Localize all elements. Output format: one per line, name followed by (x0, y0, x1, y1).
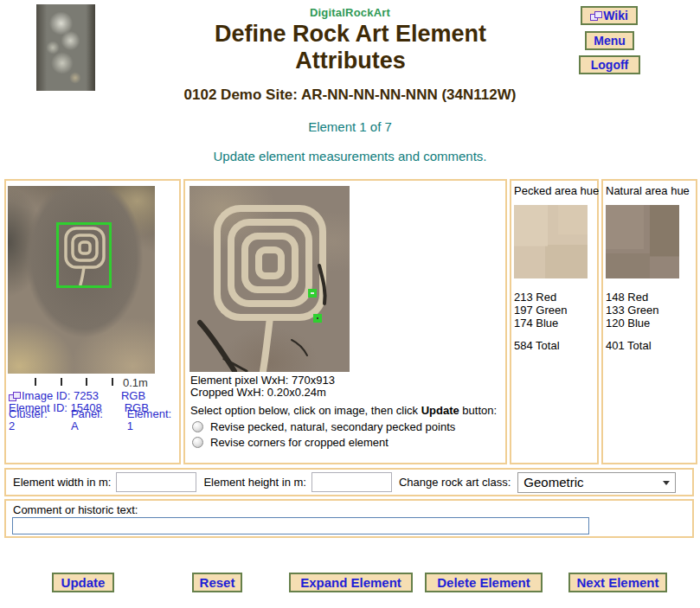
image-id-text: Image ID: 7253 (22, 390, 99, 402)
element-height-label: Element height in m: (203, 476, 306, 489)
natural-hue-title: Natural area hue (606, 184, 696, 197)
wiki-button[interactable]: Wiki (581, 6, 638, 25)
natural-total: 401 Total (606, 339, 696, 352)
rock-art-class-value: Geometric (523, 475, 583, 490)
page: DigitalRockArt Define Rock Art Element A… (0, 0, 700, 608)
update-button[interactable]: Update (52, 573, 114, 592)
natural-hue-swatch (606, 205, 679, 278)
natural-rgb-values: 148 Red 133 Green 120 Blue (606, 291, 696, 330)
overview-rock-photo[interactable] (8, 186, 155, 374)
cropped-element-panel: Element pixel WxH: 770x913 Cropped WxH: … (183, 179, 507, 464)
radio-option-revise-points[interactable]: Revise pecked, natural, secondary pecked… (192, 420, 455, 433)
chevron-down-icon (663, 481, 670, 485)
cluster-text: Cluster: 2 (9, 408, 55, 432)
page-instruction: Update element measurements and comments… (0, 149, 700, 163)
radio-label: Revise pecked, natural, secondary pecked… (210, 420, 455, 433)
wiki-button-label: Wiki (603, 9, 628, 22)
scale-tick (61, 378, 62, 386)
element-height-input[interactable] (311, 472, 392, 492)
mini-spiral-glyph (59, 225, 109, 285)
comment-row: Comment or historic text: (4, 499, 694, 538)
expand-element-button-label: Expand Element (300, 575, 401, 590)
instruction-prefix: Select option below, click on image, the… (190, 404, 421, 417)
element-counter: Element 1 of 7 (0, 119, 700, 134)
scale-label: 0.1m (123, 376, 148, 389)
pecked-hue-panel: Pecked area hue 213 Red 197 Green 174 Bl… (510, 179, 599, 464)
element-number-text: Element: 1 (127, 408, 179, 432)
scale-bar: 0.1m (6, 378, 179, 388)
pecked-hue-title: Pecked area hue (514, 184, 597, 197)
overview-photo-panel: 0.1m Image ID: 7253 RGB Element ID: 1540… (4, 179, 181, 464)
natural-blue: 120 Blue (606, 317, 696, 330)
reset-button[interactable]: Reset (192, 573, 242, 592)
pecked-total: 584 Total (514, 339, 597, 352)
delete-element-button-label: Delete Element (437, 575, 530, 590)
element-selection-box (56, 222, 112, 288)
window-icon[interactable] (9, 392, 21, 401)
element-width-label: Element width in m: (13, 476, 111, 489)
natural-red: 148 Red (606, 291, 696, 304)
spiral-glyph-overlay (189, 186, 350, 372)
comment-label: Comment or historic text: (13, 503, 138, 516)
element-width-input[interactable] (116, 472, 196, 492)
natural-hue-panel: Natural area hue 148 Red 133 Green 120 B… (601, 179, 697, 464)
image-rgb-link[interactable]: RGB (121, 390, 145, 402)
logoff-button-label: Logoff (591, 58, 629, 72)
pecked-green: 197 Green (514, 304, 597, 317)
next-element-button-label: Next Element (576, 575, 658, 590)
menu-button-label: Menu (594, 34, 626, 48)
cropped-dimensions: Cropped WxH: 0.20x0.24m (190, 387, 335, 399)
expand-element-button[interactable]: Expand Element (289, 573, 413, 592)
dimension-text-block: Element pixel WxH: 770x913 Cropped WxH: … (190, 374, 335, 399)
update-button-label: Update (61, 575, 106, 590)
pecked-red: 213 Red (514, 291, 597, 304)
measurements-row: Element width in m: Element height in m:… (4, 468, 694, 496)
logoff-button[interactable]: Logoff (579, 55, 640, 74)
scale-tick (35, 378, 36, 386)
site-line: 0102 Demo Site: AR-NN-NN-NN-NNN (34N112W… (0, 86, 700, 104)
radio-option-revise-corners[interactable]: Revise corners for cropped element (192, 436, 389, 449)
next-element-button[interactable]: Next Element (568, 573, 667, 592)
delete-element-button[interactable]: Delete Element (425, 573, 543, 592)
natural-green: 133 Green (606, 304, 696, 317)
pixel-dimensions: Element pixel WxH: 770x913 (190, 374, 335, 387)
menu-button[interactable]: Menu (585, 31, 634, 50)
instruction-suffix: button: (459, 404, 497, 417)
pecked-rgb-values: 213 Red 197 Green 174 Blue (514, 291, 597, 330)
rock-art-class-select[interactable]: Geometric (517, 472, 676, 493)
pecked-hue-swatch (514, 205, 588, 278)
scale-tick (86, 378, 87, 386)
pecked-blue: 174 Blue (514, 317, 597, 330)
radio-label: Revise corners for cropped element (210, 436, 389, 449)
reset-button-label: Reset (200, 575, 235, 590)
window-icon (590, 11, 602, 21)
radio-button[interactable] (192, 437, 203, 448)
image-id-block: Image ID: 7253 RGB Element ID: 15408 RGB… (9, 390, 179, 426)
cropped-element-photo[interactable] (189, 186, 350, 372)
radio-button[interactable] (192, 421, 203, 432)
panel-text: Panel: A (71, 408, 112, 432)
instruction-bold: Update (421, 404, 459, 417)
page-title: Define Rock Art Element Attributes (160, 21, 541, 74)
comment-input[interactable] (12, 517, 589, 534)
scale-tick (112, 378, 113, 386)
select-option-instruction: Select option below, click on image, the… (190, 404, 497, 417)
rock-art-class-label: Change rock art class: (399, 476, 511, 489)
